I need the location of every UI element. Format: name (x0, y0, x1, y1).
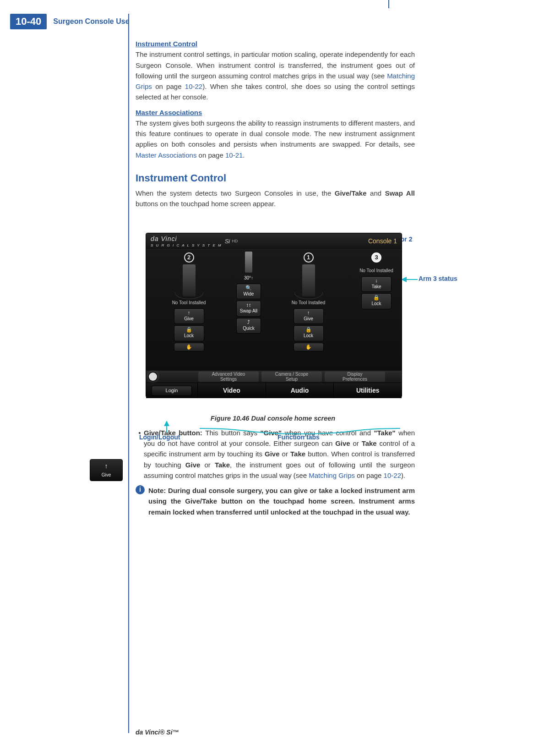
scope-angle: 30°↑ (232, 274, 266, 282)
text: on page (196, 151, 225, 159)
text: The instrument control settings, in part… (136, 50, 415, 80)
swap-icon: ↕↕ (237, 302, 261, 307)
text: When the system detects two Surgeon Cons… (136, 189, 335, 197)
page-header: 10-40 Surgeon Console Use (10, 14, 130, 29)
arm-2-lock-button[interactable]: 🔒Lock (174, 325, 204, 341)
heading-master-associations: Master Associations (136, 107, 415, 118)
label: Advanced Video Settings (212, 372, 245, 382)
link-page-10-22-b[interactable]: 10-22 (384, 471, 401, 479)
text: ). (401, 471, 405, 479)
tab-audio[interactable]: Audio (266, 383, 334, 398)
scope-column: 30°↑ 🔍Wide ↕↕Swap All ⤴Quick (232, 250, 266, 371)
heading-instrument-control-small: Instrument Control (136, 38, 415, 49)
arm-1-column: 1 No Tool Installed ↑Give 🔒Lock ✋ (266, 250, 351, 371)
tab-utilities[interactable]: Utilities (333, 383, 402, 398)
link-page-10-21[interactable]: 10-21 (225, 151, 243, 159)
figure-caption: Figure 10.46 Dual console home screen (136, 413, 410, 423)
text: and (367, 189, 385, 197)
text: Take (215, 461, 230, 469)
label: Camera / Scope Setup (275, 372, 308, 382)
tab-video[interactable]: Video (197, 383, 266, 398)
hand-icon: ✋ (174, 345, 204, 350)
link-master-associations[interactable]: Master Associations (136, 151, 196, 159)
scope-icon (245, 252, 252, 273)
text-give-take: Give/Take (335, 189, 367, 197)
up-arrow-icon: ↑ (294, 310, 323, 315)
touchscreen-body: 2 No Tool Installed ↑Give 🔒Lock ✋ 30°↑ 🔍… (146, 250, 402, 371)
logo-si: Si (225, 237, 230, 246)
arm-2-hand-button[interactable]: ✋ (174, 343, 204, 351)
touchscreen-subtabs: Advanced Video Settings Camera / Scope S… (146, 371, 402, 383)
info-icon: i (136, 485, 145, 494)
subtab-camera-scope[interactable]: Camera / Scope Setup (261, 372, 322, 382)
swap-all-button[interactable]: ↕↕Swap All (236, 301, 261, 317)
text: Give (265, 450, 280, 458)
label: Lock (184, 333, 194, 338)
subtab-display-prefs[interactable]: Display Preferences (325, 372, 385, 382)
arm-3-no-tool: No Tool Installed (351, 267, 402, 274)
text: or (350, 439, 362, 447)
label: Display Preferences (343, 372, 367, 382)
scope-magnification-button[interactable]: 🔍Wide (236, 284, 261, 300)
arm-3-badge: 3 (371, 252, 381, 263)
arm-2-give-button[interactable]: ↑Give (174, 308, 204, 324)
callout-function-tabs: Function tabs (277, 433, 320, 443)
note-dual-console: i Note: During dual console surgery, you… (136, 485, 415, 517)
section-title: Surgeon Console Use (53, 17, 129, 26)
login-button[interactable]: Login (152, 386, 192, 396)
arm-3-lock-button[interactable]: 🔒Lock (361, 293, 392, 309)
arm-3-column: 3 No Tool Installed ↓Take 🔒Lock (351, 250, 402, 371)
arm-1-hand-button[interactable]: ✋ (294, 343, 324, 351)
arm-2-no-tool: No Tool Installed (146, 299, 232, 307)
text: Take (362, 439, 377, 447)
para-master-associations: The system gives both surgeons the abili… (136, 118, 415, 160)
label: Take (371, 284, 381, 289)
text: . (243, 151, 245, 159)
logo-text: da Vinci (151, 235, 177, 242)
text: on page (152, 82, 185, 90)
hand-icon: ✋ (294, 345, 323, 350)
text: or (280, 450, 291, 458)
touchscreen-tabs: Login Video Audio Utilities (146, 383, 402, 398)
quick-button[interactable]: ⤴Quick (236, 318, 261, 334)
para-instrument-control: The instrument control settings, in part… (136, 49, 415, 102)
link-matching-grips-2[interactable]: Matching Grips (309, 471, 355, 479)
arm-2-tool-icon (183, 264, 196, 296)
label: Lock (371, 301, 381, 306)
label: Give (304, 316, 313, 321)
text: or (200, 461, 215, 469)
touchscreen-header: da Vinci S U R G I C A L S Y S T E M Si … (146, 233, 402, 250)
text: Give (185, 461, 201, 469)
text: buttons on the touchpad home screen appe… (136, 200, 276, 208)
brightness-icon[interactable] (149, 373, 157, 381)
arm-1-lock-button[interactable]: 🔒Lock (294, 325, 324, 341)
para-give-take-intro: When the system detects two Surgeon Cons… (136, 188, 415, 209)
label: Swap All (240, 308, 257, 313)
tab-login-area: Login (146, 383, 197, 398)
note-text: Note: During dual console surgery, you c… (148, 485, 415, 517)
callout-login-logout: Login/Logout (139, 433, 180, 443)
up-arrow-icon: ↑ (105, 461, 108, 471)
arm-3-take-button[interactable]: ↓Take (361, 276, 392, 292)
link-page-10-22[interactable]: 10-22 (185, 82, 202, 90)
subtab-advanced-video[interactable]: Advanced Video Settings (198, 372, 259, 382)
text: Take (290, 450, 305, 458)
text-swap-all: Swap All (385, 189, 415, 197)
arm-1-badge: 1 (304, 252, 314, 263)
lock-icon: 🔒 (362, 295, 391, 300)
arm-1-give-button[interactable]: ↑Give (294, 308, 324, 324)
logo-davinci: da Vinci S U R G I C A L S Y S T E M (151, 234, 222, 249)
arm-2-badge: 2 (184, 252, 194, 263)
lock-icon: 🔒 (174, 327, 204, 332)
label: Login (166, 387, 178, 394)
quick-icon: ⤴ (237, 320, 261, 325)
give-button-thumbnail: ↑ Give (90, 459, 123, 481)
logo-hd: HD (232, 238, 238, 245)
text: Give (335, 439, 350, 447)
arm-1-tool-icon (302, 264, 315, 296)
callout-arm3-status: Arm 3 status (419, 274, 457, 284)
footer-product-name: da Vinci® Si™ (136, 729, 179, 736)
arm-1-no-tool: No Tool Installed (266, 299, 351, 307)
down-arrow-icon: ↓ (362, 278, 391, 283)
page-number: 10-40 (10, 14, 47, 29)
